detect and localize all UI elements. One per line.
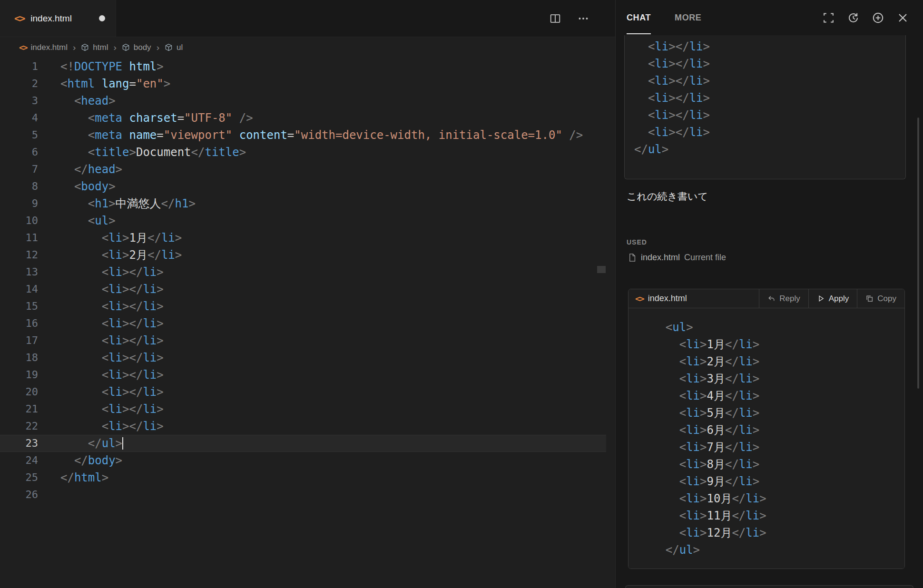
code-editor[interactable]: 1<!DOCTYPE html>2<html lang="en">3 <head… xyxy=(0,58,615,588)
editor-line[interactable]: 12 <li>2月</li> xyxy=(0,246,615,264)
editor-line[interactable]: 22 <li></li> xyxy=(0,418,615,435)
code-line: <li></li> xyxy=(634,55,905,72)
editor-pane: <> index.html <> index.html › htm xyxy=(0,0,615,588)
code-token: < xyxy=(74,180,81,193)
code-token: > xyxy=(122,300,129,313)
code-token: li xyxy=(655,91,668,105)
code-token: li xyxy=(686,441,700,454)
chat-scrollbar-thumb[interactable] xyxy=(917,118,919,389)
line-number: 3 xyxy=(0,92,38,109)
editor-line[interactable]: 5 <meta name="viewport" content="width=d… xyxy=(0,127,615,144)
code-token: 3月 xyxy=(707,372,725,385)
code-token: < xyxy=(102,317,108,330)
code-token: < xyxy=(679,406,686,420)
code-token: < xyxy=(648,40,655,53)
editor-line[interactable]: 20 <li></li> xyxy=(0,383,615,401)
history-icon[interactable] xyxy=(847,12,859,24)
code-token: < xyxy=(88,111,95,125)
editor-line[interactable]: 3 <head> xyxy=(0,92,615,109)
code-token: "width=device-width, initial-scale=1.0" xyxy=(294,128,562,142)
editor-line[interactable]: 23 </ul> xyxy=(0,435,606,452)
tab-index-html[interactable]: <> index.html xyxy=(0,0,116,37)
tab-more[interactable]: MORE xyxy=(675,0,701,35)
code-line: <li></li> xyxy=(634,89,905,107)
code-token xyxy=(638,458,679,471)
close-panel-icon[interactable] xyxy=(897,12,909,24)
copy-button[interactable]: Copy xyxy=(857,289,904,308)
editor-line[interactable]: 4 <meta charset="UTF-8" /> xyxy=(0,109,615,127)
editor-line[interactable]: 8 <body> xyxy=(0,178,615,195)
code-token: li xyxy=(161,231,175,245)
tab-chat[interactable]: CHAT xyxy=(627,0,651,35)
editor-line[interactable]: 17 <li></li> xyxy=(0,332,615,349)
split-editor-icon[interactable] xyxy=(550,13,561,24)
code-token: < xyxy=(102,420,108,433)
code-token: </ xyxy=(725,441,739,454)
breadcrumb-item-ul[interactable]: ul xyxy=(165,43,183,52)
code-token: </ xyxy=(129,351,143,364)
code-token xyxy=(634,40,648,53)
code-token: < xyxy=(102,402,108,416)
breadcrumb-item-html[interactable]: html xyxy=(81,43,108,52)
code-token: li xyxy=(108,231,122,245)
editor-line[interactable]: 15 <li></li> xyxy=(0,298,615,315)
code-token: li xyxy=(739,475,753,488)
code-token: > xyxy=(700,509,707,522)
editor-line[interactable]: 9 <h1>中満悠人</h1> xyxy=(0,195,615,212)
code-token: < xyxy=(679,423,686,437)
reply-button[interactable]: Reply xyxy=(759,289,808,308)
editor-line[interactable]: 10 <ul> xyxy=(0,212,615,229)
code-token: < xyxy=(679,355,686,368)
code-token: li xyxy=(143,317,157,330)
editor-line-content: <head> xyxy=(60,92,116,109)
editor-line[interactable]: 13 <li></li> xyxy=(0,264,615,281)
code-token: > xyxy=(668,108,675,122)
code-token: < xyxy=(648,91,655,105)
code-token: > xyxy=(157,265,163,279)
editor-line[interactable]: 1<!DOCTYPE html> xyxy=(0,58,615,75)
code-token xyxy=(638,321,666,334)
code-token: li xyxy=(689,91,703,105)
new-chat-icon[interactable] xyxy=(872,12,884,24)
used-file-row[interactable]: index.html Current file xyxy=(628,253,923,263)
editor-line[interactable]: 18 <li></li> xyxy=(0,349,615,366)
editor-line[interactable]: 14 <li></li> xyxy=(0,281,615,298)
apply-button[interactable]: Apply xyxy=(808,289,857,308)
vscode-window: <> index.html <> index.html › htm xyxy=(0,0,923,588)
code-token: </ xyxy=(725,355,739,368)
editor-line[interactable]: 26 xyxy=(0,486,615,503)
code-token: li xyxy=(143,351,157,364)
code-token: li xyxy=(689,74,703,88)
code-token: 10月 xyxy=(707,492,732,505)
breadcrumb-item-file[interactable]: <> index.html xyxy=(19,43,68,52)
editor-line[interactable]: 25</html> xyxy=(0,469,615,486)
code-token: < xyxy=(102,283,108,296)
code-token: > xyxy=(700,372,707,385)
code-token xyxy=(60,197,88,210)
chat-input-top-edge[interactable] xyxy=(625,585,913,588)
editor-line[interactable]: 21 <li></li> xyxy=(0,401,615,418)
code-token: </ xyxy=(129,283,143,296)
editor-line[interactable]: 16 <li></li> xyxy=(0,315,615,332)
unsaved-changes-dot[interactable] xyxy=(99,15,105,21)
editor-line[interactable]: 6 <title>Document</title> xyxy=(0,144,615,161)
code-token: li xyxy=(686,338,700,351)
editor-line[interactable]: 11 <li>1月</li> xyxy=(0,229,615,246)
editor-line[interactable]: 24 </body> xyxy=(0,452,615,469)
code-token: html xyxy=(67,77,95,90)
code-token: </ xyxy=(676,126,689,139)
editor-scrollbar-thumb[interactable] xyxy=(597,266,606,273)
breadcrumb-item-body[interactable]: body xyxy=(122,43,151,52)
code-token: li xyxy=(689,126,703,139)
more-actions-icon[interactable] xyxy=(578,13,589,24)
code-token: > xyxy=(753,458,759,471)
editor-line[interactable]: 2<html lang="en"> xyxy=(0,75,615,92)
code-token: = xyxy=(129,77,136,90)
copy-icon xyxy=(865,294,874,303)
maximize-panel-icon[interactable] xyxy=(823,12,835,24)
code-token: < xyxy=(679,389,686,402)
code-line: <li></li> xyxy=(634,107,905,124)
code-token: "en" xyxy=(136,77,164,90)
editor-line[interactable]: 19 <li></li> xyxy=(0,366,615,383)
editor-line[interactable]: 7 </head> xyxy=(0,161,615,178)
